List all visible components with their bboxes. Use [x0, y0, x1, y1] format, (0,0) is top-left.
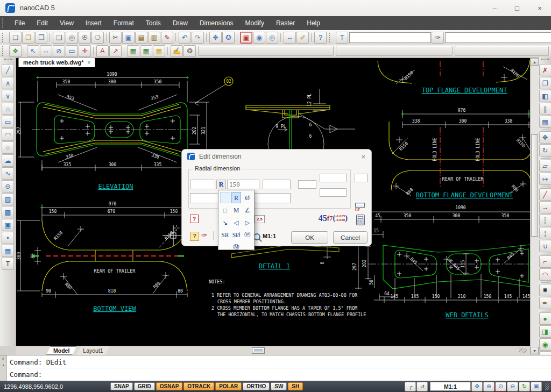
- zoom-window-icon[interactable]: ⊙: [495, 382, 506, 391]
- break-point-icon[interactable]: ┆: [539, 214, 551, 226]
- symbol-angle[interactable]: ∠: [242, 204, 252, 216]
- zoom-window-icon[interactable]: ▣: [240, 32, 252, 44]
- suffix-field[interactable]: [263, 180, 291, 189]
- arc-icon[interactable]: ◠: [2, 129, 14, 141]
- rotate-icon[interactable]: ↻: [539, 144, 551, 156]
- ellipse-icon[interactable]: ⊖: [2, 180, 14, 193]
- mirror-icon[interactable]: ◧: [539, 90, 551, 102]
- dim-linear-icon[interactable]: ↔: [40, 45, 52, 57]
- chamfer-icon[interactable]: ⌐: [539, 255, 551, 268]
- dim-center-icon[interactable]: ✛: [79, 45, 91, 57]
- edit-text-icon[interactable]: ✍: [171, 45, 183, 57]
- intersect-icon[interactable]: ◉: [539, 338, 551, 351]
- menu-item[interactable]: Insert: [80, 16, 108, 30]
- join-icon[interactable]: ∪: [539, 240, 551, 252]
- fillet-icon[interactable]: ◠: [539, 268, 551, 281]
- toggle-snap[interactable]: SNAP: [110, 382, 133, 390]
- minimize-button[interactable]: –: [483, 0, 506, 16]
- menu-item[interactable]: File: [9, 16, 31, 30]
- format-painter-icon[interactable]: ✎: [161, 32, 173, 44]
- symbol-sphere-diameter[interactable]: SØ: [231, 229, 242, 240]
- spline-icon[interactable]: ∿: [2, 167, 14, 180]
- zoom-extents-icon[interactable]: ◎: [266, 32, 278, 44]
- ok-button[interactable]: OK: [291, 231, 328, 244]
- fit-class-field[interactable]: [298, 180, 316, 189]
- cancel-button[interactable]: Cancel: [333, 231, 368, 244]
- symbol-none[interactable]: [220, 192, 230, 203]
- symbol-diameter[interactable]: Ø: [242, 192, 252, 203]
- rectangle-icon[interactable]: ▭: [2, 116, 14, 128]
- image-icon[interactable]: ▣: [2, 219, 14, 231]
- undo-icon[interactable]: ↶: [179, 32, 191, 44]
- symbol-p[interactable]: Ⓟ: [242, 229, 252, 240]
- menu-item[interactable]: Modify: [239, 16, 270, 30]
- fit-table-icon[interactable]: h7: [355, 203, 365, 211]
- prefix-field[interactable]: [190, 180, 215, 189]
- extend-icon[interactable]: →: [539, 201, 551, 213]
- polyline-icon[interactable]: ∧: [2, 77, 14, 89]
- menu-item[interactable]: Edit: [31, 16, 54, 30]
- pline-nodes-icon[interactable]: ∨: [2, 90, 14, 102]
- print-icon[interactable]: ❑: [53, 32, 65, 44]
- properties-brush-icon[interactable]: ✑: [201, 231, 207, 239]
- menu-item[interactable]: Draw: [167, 16, 194, 30]
- offset-icon[interactable]: ∥: [539, 103, 551, 115]
- table-update-icon[interactable]: ▦: [153, 45, 165, 57]
- tolerance-icon[interactable]: 2.5: [255, 215, 265, 223]
- settings-search-icon[interactable]: ❂: [183, 45, 196, 57]
- paste-icon[interactable]: ▤: [135, 32, 147, 44]
- subtract-icon[interactable]: ◨: [539, 325, 551, 338]
- pan-icon[interactable]: ✥: [471, 382, 483, 391]
- grid-plane-icon[interactable]: ⊿: [416, 382, 428, 391]
- menu-item[interactable]: Tools: [140, 16, 167, 30]
- symbol-square[interactable]: □: [220, 204, 230, 216]
- scroll-up-icon[interactable]: ▲: [531, 58, 539, 66]
- point-icon[interactable]: •: [2, 232, 14, 244]
- batch-plot-icon[interactable]: ❍: [91, 32, 104, 44]
- toggle-otrack[interactable]: OTRACK: [183, 382, 214, 390]
- maximize-button[interactable]: □: [506, 0, 528, 16]
- tab-layout1[interactable]: Layout1: [76, 346, 109, 355]
- text-icon[interactable]: T: [2, 258, 14, 270]
- dim-style-combo[interactable]: [445, 32, 551, 43]
- calculator-icon[interactable]: [356, 215, 365, 225]
- tab-model[interactable]: Model: [46, 346, 76, 355]
- symbol-taper-left[interactable]: ◁: [231, 217, 242, 228]
- scale-field[interactable]: M1:1: [430, 382, 471, 391]
- trim-icon[interactable]: ╱: [539, 188, 551, 201]
- break-icon[interactable]: ¦: [539, 227, 551, 239]
- copy-icon[interactable]: ▣: [122, 32, 135, 44]
- stretch-icon[interactable]: ↦: [539, 173, 551, 185]
- circle-icon[interactable]: ○: [2, 141, 14, 154]
- dim-edit-select-icon[interactable]: ↖: [27, 45, 39, 57]
- dimension-value-field[interactable]: [227, 180, 259, 189]
- extra-field[interactable]: [355, 174, 368, 182]
- dim-style-icon[interactable]: ✑: [432, 32, 444, 44]
- toggle-polar[interactable]: POLAR: [215, 382, 242, 390]
- leader-icon[interactable]: ↗: [109, 45, 122, 57]
- revcloud-icon[interactable]: ☁: [2, 154, 14, 167]
- text-style-icon[interactable]: T: [336, 32, 348, 44]
- context-help-icon[interactable]: ?: [190, 232, 199, 241]
- toggle-sh[interactable]: SH: [288, 382, 303, 390]
- scroll-down-icon[interactable]: ▼: [531, 347, 539, 354]
- symbol-metric-thread[interactable]: M: [231, 204, 242, 216]
- hatch-icon[interactable]: ▨: [2, 193, 14, 205]
- draw-order-icon[interactable]: ❖: [9, 45, 22, 57]
- document-tab-close-icon[interactable]: ×: [87, 60, 90, 66]
- copy-object-icon[interactable]: ❐: [539, 77, 551, 89]
- scale-icon[interactable]: ▱: [539, 160, 551, 172]
- symbol-slope[interactable]: ↘: [220, 217, 230, 228]
- zoom-out-icon[interactable]: ⊖: [507, 382, 518, 391]
- symbol-radius[interactable]: R: [231, 192, 242, 203]
- command-input-line[interactable]: Command:: [10, 370, 42, 379]
- erase-icon[interactable]: ✗: [539, 64, 551, 76]
- document-tab[interactable]: mech truck web.dwg* ×: [18, 57, 95, 67]
- symbol-sphere-radius[interactable]: SR: [220, 229, 230, 240]
- symbol-m[interactable]: Ⓜ: [231, 241, 242, 253]
- open-folder-icon[interactable]: ❐: [22, 32, 34, 44]
- line-icon[interactable]: ╱: [2, 64, 14, 76]
- toggle-ortho[interactable]: ORTHO: [243, 382, 270, 390]
- measure-icon[interactable]: ✐: [296, 32, 309, 44]
- print-preview-icon[interactable]: ◎: [66, 32, 78, 44]
